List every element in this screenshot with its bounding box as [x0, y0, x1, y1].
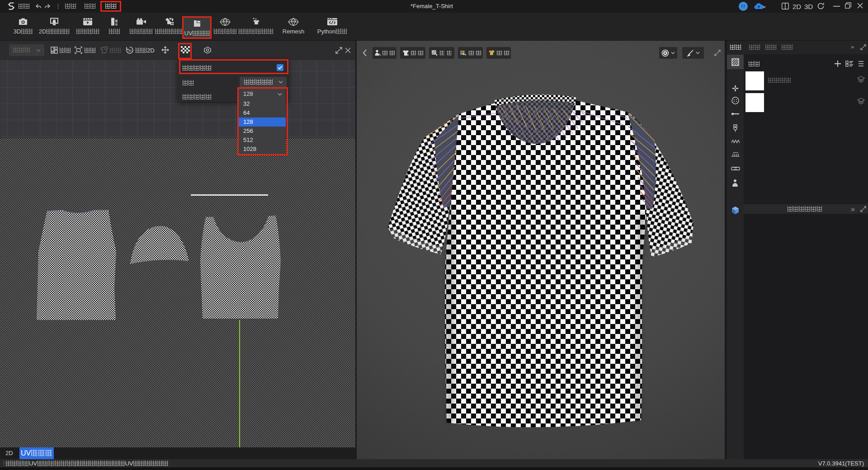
svg-text:3D: 3D — [128, 49, 132, 52]
